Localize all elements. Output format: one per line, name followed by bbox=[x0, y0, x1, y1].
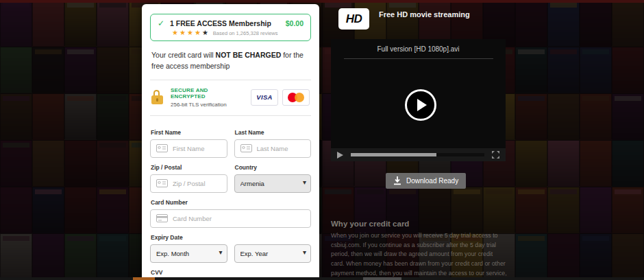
lock-icon bbox=[151, 90, 164, 104]
card-number-label: Card Number bbox=[151, 199, 311, 206]
scrollbar-segment bbox=[363, 277, 401, 280]
signup-card: ✓ 1 FREE ACCESS Membership $0.00 ★★★★★ B… bbox=[142, 4, 319, 280]
last-name-input[interactable] bbox=[257, 145, 306, 152]
star-icon: ★ bbox=[179, 30, 186, 36]
visa-logo: VISA bbox=[251, 89, 278, 106]
membership-offer-box: ✓ 1 FREE ACCESS Membership $0.00 ★★★★★ B… bbox=[150, 14, 311, 41]
cvv-label: CVV bbox=[151, 269, 213, 276]
tagline: Free HD movie streaming bbox=[379, 10, 470, 19]
download-icon bbox=[393, 176, 401, 185]
secure-line1: SECURE AND ENCRYPTED bbox=[171, 87, 244, 100]
country-select-wrap: Armenia ▾ bbox=[234, 174, 312, 193]
expiry-label: Expiry Date bbox=[151, 234, 311, 241]
membership-title: 1 FREE ACCESS Membership bbox=[170, 19, 271, 27]
star-icon: ★ bbox=[195, 30, 201, 36]
no-charge-notice: Your credit card will NOT BE CHARGED for… bbox=[151, 49, 310, 72]
info-heading: Why your credit card bbox=[331, 220, 508, 228]
dark-overlay bbox=[0, 0, 644, 280]
first-name-label: First Name bbox=[151, 129, 227, 136]
country-select[interactable]: Armenia bbox=[234, 174, 312, 193]
info-section: Why your credit card When you join our s… bbox=[331, 220, 508, 280]
mailbox-icon bbox=[156, 179, 168, 187]
play-icon-small[interactable] bbox=[337, 152, 343, 159]
video-title: Full version [HD 1080p].avi bbox=[331, 39, 506, 53]
secure-line2: 256-bit TLS verification bbox=[171, 102, 244, 108]
play-button[interactable] bbox=[405, 89, 436, 121]
country-label: Country bbox=[235, 164, 312, 171]
credit-card-icon bbox=[156, 214, 168, 222]
player-controls bbox=[331, 148, 506, 161]
player-divider bbox=[344, 58, 493, 59]
video-player: Full version [HD 1080p].avi bbox=[331, 39, 506, 161]
star-icon: ★ bbox=[187, 30, 193, 36]
exp-month-select-wrap: Exp. Month ▾ bbox=[150, 244, 227, 263]
progress-bar[interactable] bbox=[351, 153, 484, 156]
zip-label: Zip / Postal bbox=[151, 164, 227, 171]
id-card-icon bbox=[240, 144, 252, 152]
divider bbox=[150, 80, 311, 80]
mastercard-logo bbox=[282, 89, 310, 106]
first-name-input-wrap bbox=[150, 139, 227, 158]
last-name-input-wrap bbox=[234, 139, 312, 158]
card-number-input-wrap bbox=[150, 209, 311, 228]
card-number-input[interactable] bbox=[173, 215, 305, 222]
rating-row: ★★★★★ Based on 1,265,328 reviews bbox=[172, 30, 304, 36]
hd-logo: HD bbox=[338, 8, 369, 30]
play-icon bbox=[417, 99, 427, 111]
exp-year-select[interactable]: Exp. Year bbox=[234, 244, 312, 263]
review-count: Based on 1,265,328 reviews bbox=[213, 30, 278, 36]
last-name-label: Last Name bbox=[235, 129, 312, 136]
notice-bold-text: NOT BE CHARGED bbox=[216, 51, 282, 59]
download-label: Download Ready bbox=[406, 177, 458, 185]
bottom-scrollbar[interactable] bbox=[0, 277, 644, 280]
secure-text: SECURE AND ENCRYPTED 256-bit TLS verific… bbox=[171, 87, 244, 108]
secure-row: SECURE AND ENCRYPTED 256-bit TLS verific… bbox=[150, 87, 311, 108]
check-icon: ✓ bbox=[158, 19, 164, 27]
exp-month-select[interactable]: Exp. Month bbox=[150, 244, 227, 263]
top-border-strip bbox=[0, 0, 644, 3]
download-ready-button[interactable]: Download Ready bbox=[386, 173, 466, 189]
id-card-icon bbox=[156, 144, 168, 152]
fullscreen-icon[interactable] bbox=[492, 151, 499, 159]
progress-fill bbox=[351, 153, 436, 156]
info-body: When you join our service you will recei… bbox=[331, 231, 508, 280]
scrollbar-thumb[interactable] bbox=[133, 277, 155, 280]
divider bbox=[150, 115, 311, 116]
payment-badges: VISA bbox=[251, 89, 310, 106]
exp-year-select-wrap: Exp. Year ▾ bbox=[234, 244, 312, 263]
notice-text: Your credit card will bbox=[151, 51, 216, 59]
membership-price: $0.00 bbox=[286, 19, 304, 27]
zip-input[interactable] bbox=[173, 180, 221, 187]
star-icon: ★ bbox=[172, 30, 178, 36]
star-icon-empty: ★ bbox=[202, 30, 208, 36]
visa-text: VISA bbox=[256, 93, 272, 101]
zip-input-wrap bbox=[150, 174, 227, 193]
first-name-input[interactable] bbox=[173, 145, 221, 152]
